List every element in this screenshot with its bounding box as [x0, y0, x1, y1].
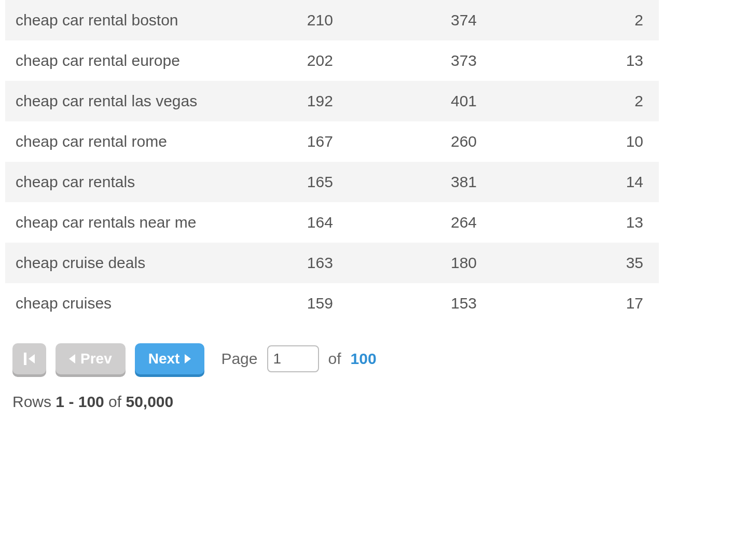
cell-col4: 13	[574, 202, 659, 243]
cell-term: cheap car rentals	[5, 162, 286, 202]
first-page-button[interactable]	[12, 343, 46, 374]
table-row[interactable]: cheap car rental europe20237313	[5, 40, 659, 81]
cell-term: cheap car rentals near me	[5, 202, 286, 243]
table-row[interactable]: cheap car rental boston2103742	[5, 0, 659, 40]
cell-col3: 260	[430, 121, 574, 162]
cell-col4: 2	[574, 81, 659, 121]
cell-col4: 2	[574, 0, 659, 40]
cell-col3: 180	[430, 243, 574, 283]
cell-col2: 210	[286, 0, 430, 40]
cell-term: cheap cruises	[5, 283, 286, 324]
table-row[interactable]: cheap cruise deals16318035	[5, 243, 659, 283]
page-label: Page	[221, 350, 257, 368]
table-row[interactable]: cheap car rentals near me16426413	[5, 202, 659, 243]
cell-col2: 163	[286, 243, 430, 283]
pagination-bar: Prev Next Page of 100	[5, 343, 659, 374]
cell-col2: 202	[286, 40, 430, 81]
prev-page-button[interactable]: Prev	[56, 343, 126, 374]
table-row[interactable]: cheap cruises15915317	[5, 283, 659, 324]
caret-right-icon	[185, 354, 191, 363]
rows-total: 50,000	[126, 393, 173, 410]
rows-summary: Rows 1 - 100 of 50,000	[5, 393, 659, 411]
cell-col3: 374	[430, 0, 574, 40]
cell-col2: 167	[286, 121, 430, 162]
cell-col2: 192	[286, 81, 430, 121]
page-number-input[interactable]	[267, 345, 319, 372]
cell-col4: 17	[574, 283, 659, 324]
caret-left-icon	[69, 354, 75, 363]
table-row[interactable]: cheap car rentals16538114	[5, 162, 659, 202]
cell-col3: 401	[430, 81, 574, 121]
cell-term: cheap car rental rome	[5, 121, 286, 162]
cell-col2: 159	[286, 283, 430, 324]
cell-col3: 373	[430, 40, 574, 81]
rows-of: of	[108, 393, 121, 410]
cell-col3: 153	[430, 283, 574, 324]
cell-col4: 13	[574, 40, 659, 81]
cell-term: cheap cruise deals	[5, 243, 286, 283]
table-row[interactable]: cheap car rental las vegas1924012	[5, 81, 659, 121]
cell-col2: 164	[286, 202, 430, 243]
cell-term: cheap car rental boston	[5, 0, 286, 40]
cell-col2: 165	[286, 162, 430, 202]
prev-label: Prev	[80, 351, 112, 367]
caret-left-icon	[29, 354, 35, 363]
next-label: Next	[148, 351, 180, 367]
table-row[interactable]: cheap car rental rome16726010	[5, 121, 659, 162]
cell-term: cheap car rental las vegas	[5, 81, 286, 121]
next-page-button[interactable]: Next	[135, 343, 205, 374]
total-pages[interactable]: 100	[351, 350, 377, 368]
rows-range: 1 - 100	[56, 393, 104, 410]
cell-col4: 10	[574, 121, 659, 162]
cell-col3: 264	[430, 202, 574, 243]
of-label: of	[328, 350, 341, 368]
content-wrap: cheap car rental boston2103742cheap car …	[0, 0, 664, 426]
results-table: cheap car rental boston2103742cheap car …	[5, 0, 659, 324]
rows-prefix: Rows	[12, 393, 51, 410]
cell-col4: 14	[574, 162, 659, 202]
cell-col4: 35	[574, 243, 659, 283]
cell-col3: 381	[430, 162, 574, 202]
first-page-icon	[24, 353, 26, 365]
cell-term: cheap car rental europe	[5, 40, 286, 81]
